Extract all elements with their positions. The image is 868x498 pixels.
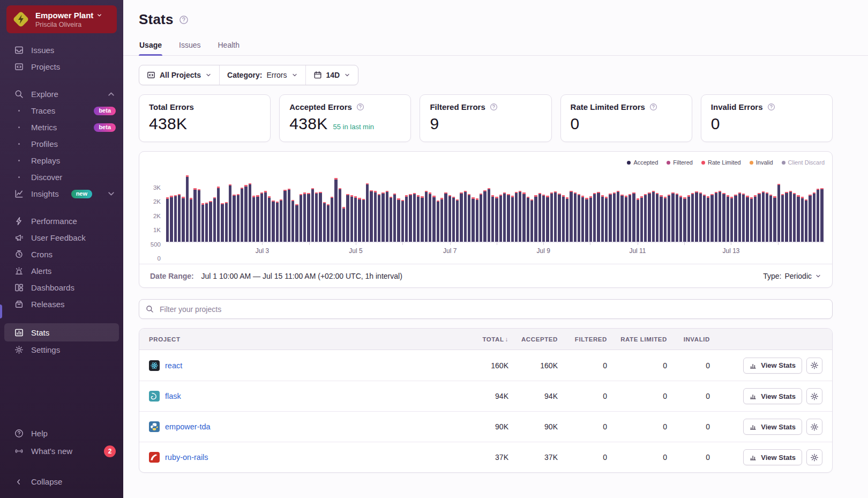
chart-bar[interactable] [507, 194, 510, 242]
sidebar-item-issues[interactable]: Issues [0, 42, 123, 58]
chart-bar[interactable] [542, 195, 545, 242]
chart-bar[interactable] [637, 198, 639, 242]
chart-bar[interactable] [237, 194, 240, 242]
chart-bar[interactable] [323, 202, 326, 242]
chart-bar[interactable] [652, 191, 655, 242]
chart-bar[interactable] [813, 192, 815, 242]
chart-bar[interactable] [393, 194, 396, 242]
legend-item-filtered[interactable]: Filtered [667, 159, 693, 166]
chart-bar[interactable] [691, 193, 694, 242]
chart-bar[interactable] [346, 194, 349, 242]
chart-bar[interactable] [217, 187, 220, 242]
chart-bar[interactable] [519, 191, 521, 242]
chart-bar[interactable] [593, 193, 596, 242]
chart-bar[interactable] [315, 192, 318, 242]
sidebar-item-what-s-new[interactable]: What's new2 [0, 442, 123, 460]
chart-bar[interactable] [201, 203, 204, 242]
chart-bar[interactable] [695, 191, 698, 242]
chart-bar[interactable] [468, 194, 470, 242]
chart-bar[interactable] [244, 185, 247, 242]
chart-bar[interactable] [381, 192, 384, 242]
view-stats-button[interactable]: View Stats [743, 358, 802, 374]
chart-bar[interactable] [722, 193, 725, 242]
chart-bar[interactable] [522, 192, 525, 242]
chart-bar[interactable] [585, 198, 588, 242]
chart-bar[interactable] [386, 191, 388, 242]
sidebar-item-help[interactable]: Help [0, 425, 123, 442]
chart-bar[interactable] [625, 196, 627, 242]
chart-bar[interactable] [613, 192, 616, 242]
chart-bar[interactable] [182, 197, 184, 242]
chart-bar[interactable] [327, 204, 330, 242]
chart-bar[interactable] [769, 195, 772, 242]
chart-bar[interactable] [801, 197, 804, 242]
chart-type-dropdown[interactable]: Type: Periodic [763, 272, 821, 280]
chart-bar[interactable] [664, 197, 667, 242]
chart-bar[interactable] [225, 202, 228, 242]
chart-bar[interactable] [742, 194, 745, 242]
chart-bar[interactable] [620, 195, 623, 242]
chart-bar[interactable] [229, 184, 231, 242]
chart-bar[interactable] [460, 192, 462, 242]
chart-bar[interactable] [527, 197, 529, 242]
chart-bar[interactable] [264, 191, 267, 242]
chart-bar[interactable] [303, 192, 306, 242]
chart-bar[interactable] [754, 195, 757, 242]
sidebar-item-traces[interactable]: Tracesbeta [0, 102, 123, 119]
chart-bar[interactable] [546, 196, 549, 242]
chart-bar[interactable] [421, 196, 423, 242]
chart-bar[interactable] [656, 193, 659, 242]
hint-icon[interactable] [490, 103, 498, 111]
chart-bar[interactable] [452, 197, 455, 242]
chart-bar[interactable] [719, 191, 721, 242]
chart-bar[interactable] [730, 197, 733, 242]
view-stats-button[interactable]: View Stats [743, 419, 802, 435]
chart-bar[interactable] [483, 190, 486, 242]
chart-bar[interactable] [213, 197, 216, 242]
chart-bar[interactable] [448, 195, 451, 242]
chart-bar[interactable] [249, 183, 251, 242]
chart-bar[interactable] [178, 194, 181, 242]
chart-bar[interactable] [491, 195, 494, 242]
chart-bar[interactable] [699, 192, 702, 242]
sidebar-item-projects[interactable]: Projects [0, 58, 123, 75]
sidebar-item-performance[interactable]: Performance [0, 213, 123, 229]
chart-bar[interactable] [354, 196, 357, 242]
chart-bar[interactable] [738, 192, 741, 242]
chart-bar[interactable] [660, 195, 662, 242]
chart-bar[interactable] [589, 196, 592, 242]
chart-bar[interactable] [605, 197, 608, 242]
chart-bar[interactable] [570, 191, 572, 242]
chart-bar[interactable] [476, 198, 478, 242]
chart-bar[interactable] [350, 195, 353, 242]
chart-bar[interactable] [437, 200, 439, 242]
sidebar-item-replays[interactable]: Replays [0, 152, 123, 169]
sidebar-item-profiles[interactable]: Profiles [0, 136, 123, 152]
chart-bar[interactable] [817, 189, 819, 242]
chart-bar[interactable] [746, 196, 749, 242]
chart-bar[interactable] [820, 188, 823, 242]
tab-issues[interactable]: Issues [178, 41, 201, 55]
chart-bar[interactable] [762, 191, 765, 242]
chart-bar[interactable] [276, 202, 279, 242]
sidebar-collapse-button[interactable]: Collapse [0, 473, 123, 490]
chart-bar[interactable] [534, 195, 537, 242]
sidebar-item-insights[interactable]: Insightsnew [0, 185, 123, 202]
chart-bar[interactable] [809, 195, 811, 242]
chart-bar[interactable] [777, 184, 780, 242]
chart-bar[interactable] [601, 195, 604, 242]
chart-bar[interactable] [307, 193, 310, 242]
chart-bar[interactable] [515, 192, 518, 242]
project-settings-button[interactable] [806, 419, 822, 435]
chart-bar[interactable] [405, 195, 408, 242]
chart-bar[interactable] [715, 192, 717, 242]
chart-bar[interactable] [390, 197, 392, 242]
chart-bar[interactable] [272, 200, 274, 242]
chart-bar[interactable] [550, 192, 553, 242]
chart-bar[interactable] [413, 193, 416, 242]
chart-bar[interactable] [417, 195, 420, 242]
date-range-dropdown[interactable]: 14D [305, 65, 358, 85]
legend-item-accepted[interactable]: Accepted [627, 159, 658, 166]
sidebar-item-releases[interactable]: Releases [0, 296, 123, 313]
chart-bar[interactable] [734, 195, 737, 242]
